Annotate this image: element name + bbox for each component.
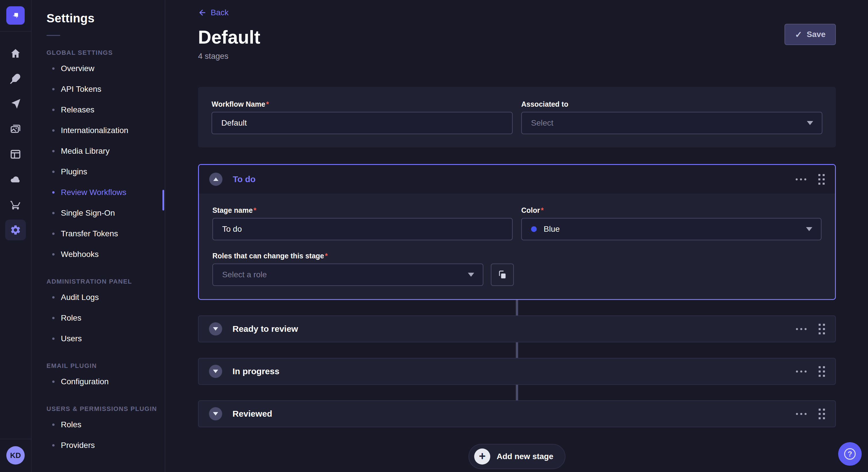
associated-to-label: Associated to <box>521 100 823 108</box>
section-heading-administration-panel: ADMINISTRATION PANEL <box>46 278 165 285</box>
stage-options-menu-icon[interactable] <box>796 370 807 372</box>
required-mark: * <box>541 206 544 214</box>
bullet-icon <box>52 129 55 132</box>
sidebar-item-plugins[interactable]: Plugins <box>46 162 165 182</box>
stage-title: Ready to review <box>232 324 298 334</box>
section-heading-email-plugin: EMAIL PLUGIN <box>46 362 165 370</box>
collapse-toggle-button[interactable] <box>209 173 222 186</box>
sidebar-item-email-configuration[interactable]: Configuration <box>46 371 165 392</box>
bullet-icon <box>52 67 55 70</box>
media-library-icon[interactable] <box>5 119 26 139</box>
chevron-up-icon <box>213 177 218 181</box>
sidebar-item-up-roles[interactable]: Roles <box>46 414 165 435</box>
workflow-name-label: Workflow Name* <box>212 100 513 108</box>
stage-options-menu-icon[interactable] <box>796 328 807 330</box>
sidebar-item-admin-roles[interactable]: Roles <box>46 308 165 328</box>
workflow-form-card: Workflow Name* Associated to Select <box>198 87 836 147</box>
sidebar-item-overview[interactable]: Overview <box>46 58 165 79</box>
stage-name-input[interactable] <box>212 218 513 240</box>
subnav-scrollbar-thumb[interactable] <box>162 190 164 210</box>
bullet-icon <box>52 109 55 111</box>
stage-title: To do <box>233 174 255 184</box>
workflow-name-field: Workflow Name* <box>212 100 513 134</box>
user-avatar[interactable]: KD <box>6 446 25 465</box>
sidebar-item-audit-logs[interactable]: Audit Logs <box>46 287 165 308</box>
stage-roles-field: Roles that can change this stage* Select… <box>212 252 822 286</box>
stage-color-field: Color* Blue <box>521 206 822 240</box>
stage-roles-label: Roles that can change this stage* <box>212 252 822 260</box>
layout-icon[interactable] <box>5 144 26 165</box>
add-new-stage-button[interactable]: + Add new stage <box>468 444 565 469</box>
drag-handle-icon[interactable] <box>818 174 825 185</box>
drag-handle-icon[interactable] <box>818 366 825 377</box>
sidebar-item-admin-users[interactable]: Users <box>46 328 165 349</box>
required-mark: * <box>325 252 328 260</box>
stage-row-in-progress[interactable]: In progress <box>198 358 836 385</box>
color-dot-icon <box>531 226 537 232</box>
sidebar-item-webhooks[interactable]: Webhooks <box>46 244 165 265</box>
home-icon[interactable] <box>5 43 26 64</box>
drag-handle-icon[interactable] <box>818 409 825 419</box>
help-button[interactable]: ? <box>838 442 862 466</box>
settings-gear-icon[interactable] <box>5 220 26 240</box>
chevron-down-icon <box>468 273 474 277</box>
chevron-down-icon <box>213 370 218 373</box>
stage-row-reviewed[interactable]: Reviewed <box>198 400 836 427</box>
expand-toggle-button[interactable] <box>209 322 222 336</box>
stage-card-to-do: To do Stage name* Color* <box>198 164 836 300</box>
main-content: Back Default 4 stages ✓ Save Workflow Na… <box>165 0 868 472</box>
stage-options-menu-icon[interactable] <box>796 413 807 415</box>
send-icon[interactable] <box>5 94 26 114</box>
stage-color-label: Color* <box>521 206 822 214</box>
stage-header-to-do[interactable]: To do <box>199 165 835 194</box>
stage-roles-select[interactable]: Select a role <box>212 264 484 286</box>
stage-color-select[interactable]: Blue <box>521 218 822 240</box>
stage-row-ready-to-review[interactable]: Ready to review <box>198 315 836 342</box>
associated-to-select[interactable]: Select <box>521 112 823 134</box>
bullet-icon <box>52 88 55 90</box>
bullet-icon <box>52 380 55 383</box>
stage-color-value: Blue <box>544 225 560 234</box>
back-link[interactable]: Back <box>198 8 228 17</box>
marketplace-cart-icon[interactable] <box>5 194 26 215</box>
chevron-down-icon <box>807 121 813 125</box>
sidebar-item-media-library[interactable]: Media Library <box>46 141 165 162</box>
workflow-name-input[interactable] <box>212 112 513 134</box>
sidebar-item-up-providers[interactable]: Providers <box>46 435 165 456</box>
sidebar-title: Settings <box>46 11 165 25</box>
expand-toggle-button[interactable] <box>209 365 222 378</box>
rail-divider-bottom <box>0 439 31 439</box>
bullet-icon <box>52 317 55 319</box>
sidebar-item-internationalization[interactable]: Internationalization <box>46 120 165 141</box>
bullet-icon <box>52 253 55 256</box>
sidebar-item-review-workflows[interactable]: Review Workflows <box>46 182 165 203</box>
sidebar-item-transfer-tokens[interactable]: Transfer Tokens <box>46 224 165 244</box>
expand-toggle-button[interactable] <box>209 407 222 420</box>
cloud-icon[interactable] <box>5 169 26 190</box>
bullet-icon <box>52 191 55 194</box>
sidebar-item-api-tokens[interactable]: API Tokens <box>46 79 165 100</box>
sidebar-item-releases[interactable]: Releases <box>46 100 165 120</box>
section-heading-global-settings: GLOBAL SETTINGS <box>46 49 165 57</box>
title-divider <box>46 35 60 36</box>
content-icon[interactable] <box>5 68 26 89</box>
stage-roles-placeholder: Select a role <box>222 270 267 279</box>
chevron-down-icon <box>806 227 812 231</box>
sidebar-item-single-sign-on[interactable]: Single Sign-On <box>46 203 165 224</box>
main-nav-rail: KD <box>0 0 32 472</box>
save-button[interactable]: ✓ Save <box>784 24 836 45</box>
required-mark: * <box>266 100 269 108</box>
bullet-icon <box>52 424 55 426</box>
strapi-logo-box[interactable] <box>6 0 25 31</box>
associated-to-placeholder: Select <box>531 119 553 128</box>
stage-title: Reviewed <box>232 409 272 419</box>
section-heading-users-permissions-plugin: USERS & PERMISSIONS PLUGIN <box>46 405 165 413</box>
plus-icon: + <box>474 448 490 465</box>
duplicate-roles-button[interactable] <box>491 264 514 286</box>
stage-options-menu-icon[interactable] <box>796 178 806 180</box>
drag-handle-icon[interactable] <box>818 324 825 334</box>
save-label: Save <box>807 30 826 39</box>
bullet-icon <box>52 338 55 340</box>
stage-body-to-do: Stage name* Color* Blue <box>199 194 835 299</box>
stages-list: To do Stage name* Color* <box>198 164 836 427</box>
